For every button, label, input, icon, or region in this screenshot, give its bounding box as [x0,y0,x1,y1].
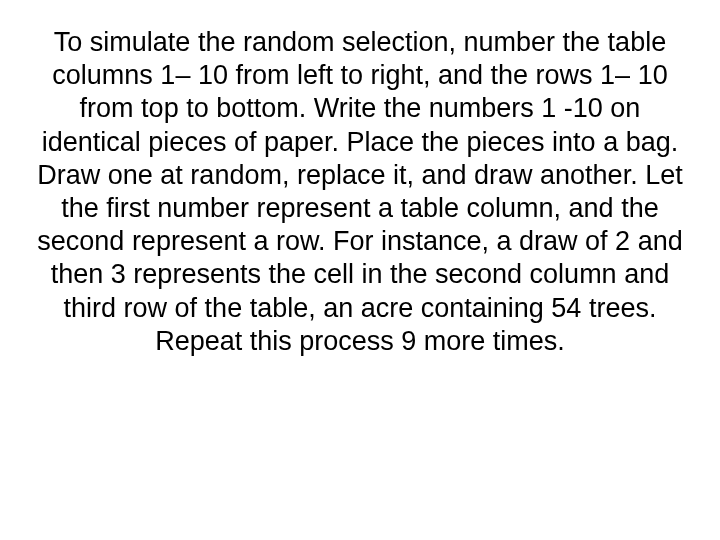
body-text: To simulate the random selection, number… [30,26,690,358]
slide: To simulate the random selection, number… [0,0,720,540]
